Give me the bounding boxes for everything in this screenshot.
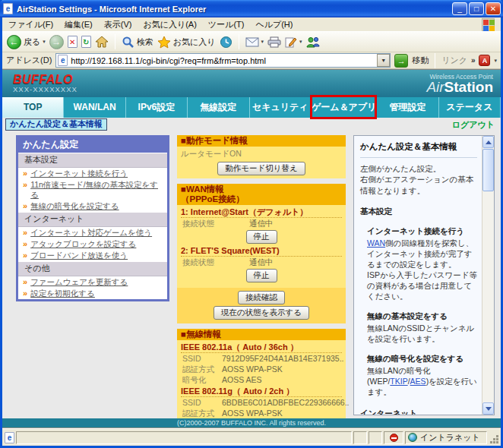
wireless-section-title: ■無線情報 [177, 329, 346, 340]
mode-switch-button[interactable]: 動作モード切り替え [217, 162, 305, 175]
go-button[interactable]: → [394, 54, 408, 68]
sidebar-section-other: その他 [18, 261, 167, 276]
edit-dropdown-icon[interactable]: ▾ [299, 39, 302, 45]
scroll-down-button[interactable] [482, 402, 494, 415]
sidebar-link-internet-setup[interactable]: »インターネット接続を行う [18, 168, 167, 179]
state-value: 通信中 [249, 219, 274, 229]
sidebar-link-broadband[interactable]: »ブロードバンド放送を使う [18, 250, 167, 261]
address-label: アドレス(D) [6, 55, 52, 66]
ssid-value: 7912D95F24D4A1AB14E371935.. [222, 354, 344, 364]
ie-page-icon: e [58, 55, 68, 66]
resize-grip[interactable] [489, 431, 499, 444]
band-11g-name: IEEE 802.11g（ Auto / 2ch ） [181, 386, 342, 397]
tab-ipv6[interactable]: IPv6設定 [126, 97, 188, 118]
links-label[interactable]: リンク [441, 55, 467, 66]
logout-link[interactable]: ログアウト [452, 119, 495, 131]
tab-status[interactable]: ステータス [439, 97, 501, 118]
popup-blocked-indicator[interactable] [384, 431, 403, 444]
print-icon[interactable] [267, 36, 281, 48]
help-section-basic: 基本設定 [360, 206, 477, 216]
mail-icon [245, 37, 259, 47]
go-label[interactable]: 移動 [412, 55, 429, 66]
forward-button[interactable]: → [49, 35, 64, 49]
address-dropdown-icon[interactable]: ▼ [377, 54, 390, 67]
tkip-link[interactable]: TKIP [390, 377, 407, 386]
menu-tools[interactable]: ツール(T) [208, 19, 245, 30]
links-chevron-icon[interactable]: » [471, 56, 476, 65]
sidebar-title: かんたん設定 [18, 137, 167, 153]
favorites-button[interactable]: お気に入り [157, 36, 216, 49]
ie-page-icon: e [5, 432, 14, 443]
menu-favorites[interactable]: お気に入り(A) [143, 19, 196, 30]
back-icon: ← [7, 35, 21, 49]
back-button[interactable]: ← 戻る ▾ [7, 35, 46, 49]
sidebar-link-encryption[interactable]: »無線の暗号化を設定する [18, 200, 167, 212]
address-input[interactable]: e http://192.168.11.1/cgi-bin/cgi?req=fr… [55, 53, 391, 68]
tab-admin[interactable]: 管理設定 [377, 97, 438, 118]
toolbar-separator [435, 53, 435, 68]
adobe-addon-icon[interactable]: A [479, 55, 490, 66]
sidebar-link-11n-mode[interactable]: »11n倍速モード/無線の基本設定をする [18, 179, 167, 200]
menu-file[interactable]: ファイル(F) [8, 19, 53, 30]
double-chevron-icon: » [23, 277, 27, 287]
wan-connection-1-name: 1: Internet@Start（デフォルト） [181, 207, 342, 218]
sidebar-link-attack-block[interactable]: »アタックブロックを設定する [18, 238, 167, 250]
show-status-button[interactable]: 現在の状態を表示する [214, 306, 309, 320]
connection-check-button[interactable]: 接続確認 [238, 291, 285, 304]
back-dropdown-icon[interactable]: ▾ [43, 39, 46, 45]
address-url[interactable]: http://192.168.11.1/cgi-bin/cgi?req=frm&… [71, 56, 266, 65]
status-message-area [16, 431, 352, 444]
stop-button-2[interactable]: 停止 [246, 269, 277, 282]
tab-wan-lan[interactable]: WAN/LAN [64, 97, 125, 118]
menu-help[interactable]: ヘルプ(H) [255, 19, 293, 30]
help-scrollbar[interactable] [482, 136, 494, 415]
buffalo-logo: BUFFALO [13, 74, 78, 85]
wan-link[interactable]: WAN [367, 238, 385, 248]
window-title: AirStation Settings - Microsoft Internet… [17, 5, 451, 14]
minimize-button[interactable]: _ [452, 2, 467, 15]
maximize-button[interactable]: □ [469, 2, 484, 15]
home-icon[interactable] [95, 36, 109, 48]
double-chevron-icon: » [23, 289, 27, 298]
tab-top[interactable]: TOP [2, 97, 64, 118]
stop-button[interactable]: ✕ [68, 36, 78, 48]
tab-security[interactable]: セキュリティ [250, 97, 312, 118]
stop-icon: ✕ [69, 38, 75, 46]
edit-button[interactable]: ▾ [285, 36, 302, 48]
mode-section: ■動作モード情報 ルータモードON 動作モード切り替え [177, 135, 346, 178]
menu-bar: ファイル(F) 編集(E) 表示(V) お気に入り(A) ツール(T) ヘルプ(… [2, 17, 501, 32]
airstation-header: BUFFALO XXX-XXXXXXXX Wireless Access Poi… [2, 70, 501, 97]
help-heading-wlan-basic: 無線の基本設定をする [367, 311, 477, 321]
breadcrumb-row: かんたん設定＆基本情報 ログアウト [2, 118, 501, 131]
tab-wireless[interactable]: 無線設定 [188, 97, 249, 118]
sidebar-link-games[interactable]: »インターネット対応ゲームを使う [18, 227, 167, 238]
aes-link[interactable]: AES [410, 377, 426, 386]
sidebar-link-firmware[interactable]: »ファームウェアを更新する [18, 276, 167, 288]
mail-button[interactable]: ▾ [245, 37, 264, 47]
menu-view[interactable]: 表示(V) [104, 19, 132, 30]
scroll-thumb[interactable] [482, 149, 494, 191]
arrow-down-icon [486, 407, 492, 411]
sidebar-link-reset[interactable]: »設定を初期化する [18, 288, 167, 299]
browser-window: e AirStation Settings - Microsoft Intern… [0, 0, 503, 448]
refresh-button[interactable]: ↻ [81, 36, 91, 48]
stop-button-1[interactable]: 停止 [246, 230, 277, 244]
menu-edit[interactable]: 編集(E) [65, 19, 93, 30]
model-number: XXX-XXXXXXXX [13, 85, 78, 93]
scroll-up-button[interactable] [482, 136, 494, 148]
tab-game-apps[interactable]: ゲーム＆アプリ [312, 97, 377, 118]
mail-dropdown-icon[interactable]: ▾ [261, 39, 264, 45]
addon-dropdown-icon[interactable]: ▾ [494, 58, 497, 64]
sidebar-section-internet: インターネット [18, 212, 167, 227]
mode-section-title: ■動作モード情報 [177, 135, 346, 147]
status-bar: e イントラネット [2, 428, 501, 446]
search-button[interactable]: 検索 [122, 36, 153, 49]
double-chevron-icon: » [23, 180, 27, 190]
wan-section: ■WAN情報（PPPoE接続） 1: Internet@Start（デフォルト）… [177, 184, 346, 323]
wan-connection-2-name: 2: FLET'S Square(WEST) [181, 246, 342, 257]
close-button[interactable]: ✕ [486, 2, 501, 15]
page-body: かんたん設定 基本設定 »インターネット接続を行う »11n倍速モード/無線の基… [2, 131, 501, 418]
messenger-icon[interactable] [306, 36, 320, 48]
history-icon[interactable] [220, 36, 233, 49]
help-heading-wlan-enc: 無線の暗号化を設定をする [367, 353, 477, 364]
